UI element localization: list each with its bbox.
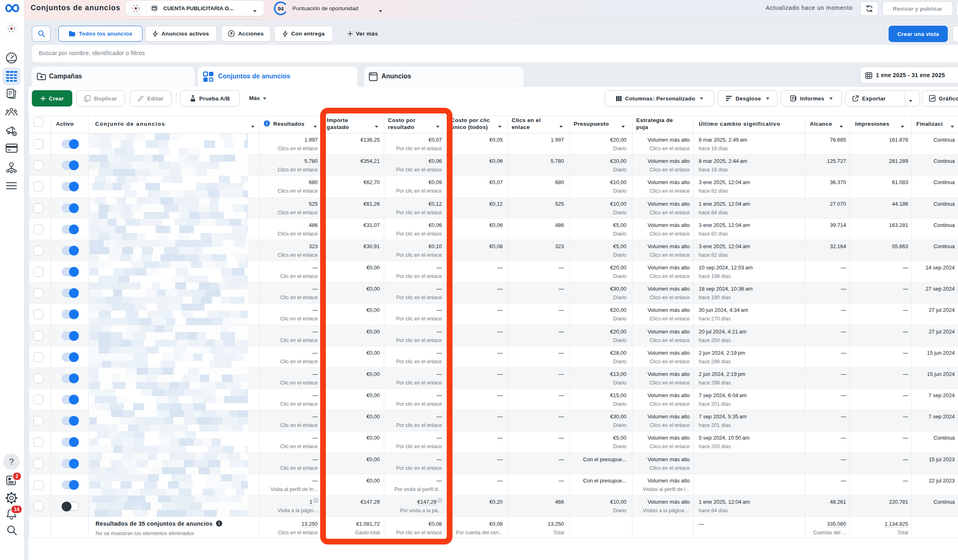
- svg-text:?: ?: [9, 457, 14, 466]
- svg-text:94: 94: [278, 6, 284, 12]
